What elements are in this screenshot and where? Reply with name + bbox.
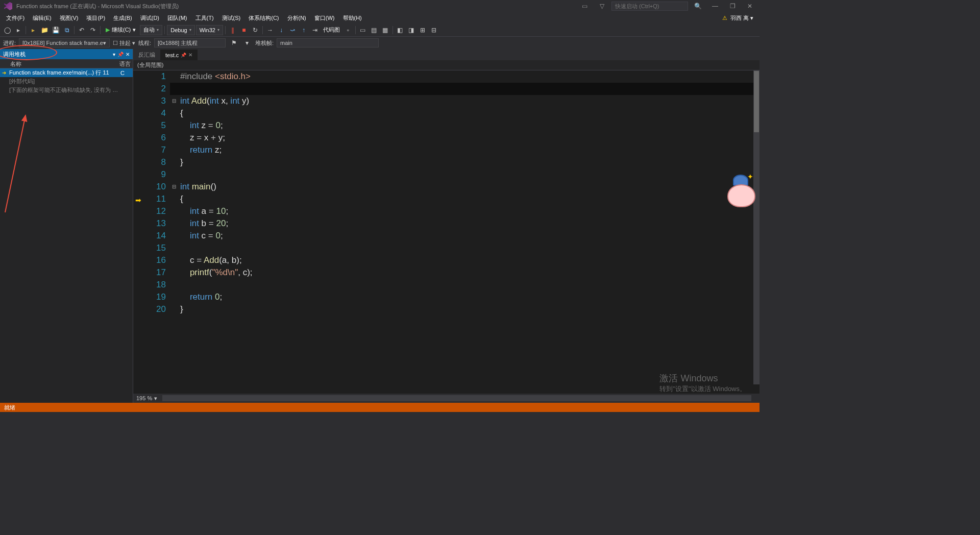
- search-icon[interactable]: 🔍: [690, 1, 705, 11]
- menu-item[interactable]: 分析(N): [283, 13, 310, 23]
- statusbar: 就绪: [0, 403, 760, 412]
- feedback-icon[interactable]: ▽: [594, 1, 609, 11]
- user-badge[interactable]: 羽西 离 ▾: [730, 14, 753, 22]
- warning-icon[interactable]: ⚠: [722, 15, 727, 21]
- continue-button[interactable]: ▶继续(C) ▾: [103, 25, 139, 35]
- annotation-arrow: [0, 100, 41, 217]
- panel-dropdown-icon[interactable]: ▾: [113, 52, 115, 57]
- tb-icon-5[interactable]: ◧: [395, 25, 405, 35]
- process-dropdown[interactable]: [0x18E8] Function stack frame.e ▾: [19, 38, 110, 47]
- breakpoint-gutter[interactable]: ➡: [133, 70, 145, 394]
- status-text: 就绪: [4, 404, 15, 411]
- step-into-icon[interactable]: ↓: [276, 25, 286, 35]
- menu-item[interactable]: 调试(D): [136, 13, 163, 23]
- callstack-panel: 调用堆栈 ▾ 📌 ✕ 名称 语言 ➜Function stack frame.e…: [0, 49, 133, 403]
- step-next-icon[interactable]: →: [265, 25, 275, 35]
- minimize-button[interactable]: —: [707, 1, 723, 11]
- callstack-col-name[interactable]: 名称: [0, 59, 117, 68]
- thread-flag-icon[interactable]: ⚑: [229, 38, 239, 48]
- run-to-icon[interactable]: ⇥: [310, 25, 320, 35]
- menu-item[interactable]: 文件(F): [2, 13, 29, 23]
- tb-icon-2[interactable]: ▭: [358, 25, 368, 35]
- menu-item[interactable]: 视图(V): [56, 13, 83, 23]
- callstack-tab[interactable]: 调用堆栈 ▾ 📌 ✕: [0, 49, 133, 59]
- zoom-dropdown-icon[interactable]: ▾: [154, 395, 157, 402]
- menu-item[interactable]: 测试(S): [218, 13, 245, 23]
- stop-icon[interactable]: ■: [239, 25, 249, 35]
- titlebar: Function stack frame (正在调试) - Microsoft …: [0, 0, 760, 12]
- callstack-title: 调用堆栈: [3, 51, 26, 58]
- execution-pointer-icon: ➡: [135, 194, 141, 206]
- saveall-icon[interactable]: ⧉: [62, 25, 72, 35]
- editor-area: 反汇编test.c📌✕ (全局范围) ➡ 1234567891011121314…: [133, 49, 760, 403]
- callstack-header: 名称 语言: [0, 59, 133, 68]
- scope-dropdown[interactable]: (全局范围): [137, 61, 163, 69]
- new-icon[interactable]: ▸: [28, 25, 38, 35]
- menubar: 文件(F)编辑(E)视图(V)项目(P)生成(B)调试(D)团队(M)工具(T)…: [0, 12, 760, 23]
- menu-item[interactable]: 编辑(E): [29, 13, 56, 23]
- restart-icon[interactable]: ↻: [250, 25, 260, 35]
- quick-launch-input[interactable]: [611, 2, 688, 11]
- nav-back-icon[interactable]: ◯: [2, 25, 12, 35]
- tb-icon-6[interactable]: ◨: [406, 25, 416, 35]
- nav-fwd-icon[interactable]: ▸: [13, 25, 23, 35]
- break-icon[interactable]: ‖: [228, 25, 238, 35]
- redo-icon[interactable]: ↷: [88, 25, 98, 35]
- menu-item[interactable]: 团队(M): [163, 13, 191, 23]
- menu-item[interactable]: 体系结构(C): [244, 13, 283, 23]
- callstack-row[interactable]: [下面的框架可能不正确和/或缺失, 没有为 kernel: [0, 86, 133, 94]
- line-numbers: 1234567891011121314151617181920: [145, 70, 170, 394]
- menu-item[interactable]: 项目(P): [82, 13, 109, 23]
- config-dropdown[interactable]: 自动: [140, 25, 162, 35]
- callstack-col-lang[interactable]: 语言: [117, 59, 133, 68]
- window-title: Function stack frame (正在调试) - Microsoft …: [16, 3, 179, 10]
- step-over-icon[interactable]: ⤻: [287, 25, 298, 35]
- thread-dropdown[interactable]: [0x1888] 主线程: [154, 38, 226, 47]
- solution-config-dropdown[interactable]: Debug: [167, 25, 194, 35]
- maximize-button[interactable]: ❐: [725, 1, 740, 11]
- scope-bar[interactable]: (全局范围): [133, 60, 760, 70]
- thread-filter-icon[interactable]: ▾: [242, 38, 252, 48]
- main-toolbar: ◯ ▸ ▸ 📁 💾 ⧉ ↶ ↷ ▶继续(C) ▾ 自动 Debug Win32 …: [0, 23, 760, 37]
- step-out-icon[interactable]: ↑: [299, 25, 309, 35]
- undo-icon[interactable]: ↶: [77, 25, 87, 35]
- code-editor[interactable]: ➡ 1234567891011121314151617181920 ⊟⊟ #in…: [133, 70, 760, 394]
- tb-icon-1[interactable]: ▫: [343, 25, 353, 35]
- callstack-row[interactable]: ➜Function stack frame.exe!main(...) 行 11…: [0, 68, 133, 77]
- process-label: 进程:: [3, 39, 16, 47]
- menu-item[interactable]: 工具(T): [191, 13, 218, 23]
- tb-icon-8[interactable]: ⊟: [429, 25, 439, 35]
- stackframe-label: 堆栈帧:: [255, 39, 274, 47]
- close-button[interactable]: ✕: [742, 1, 757, 11]
- suspend-toggle[interactable]: ☐ 挂起 ▾: [113, 39, 135, 47]
- editor-tabs: 反汇编test.c📌✕: [133, 49, 760, 60]
- open-icon[interactable]: 📁: [39, 25, 50, 35]
- thread-label: 线程:: [138, 39, 151, 47]
- platform-dropdown[interactable]: Win32: [196, 25, 223, 35]
- editor-tab[interactable]: 反汇编: [133, 50, 160, 60]
- callstack-list: ➜Function stack frame.exe!main(...) 行 11…: [0, 68, 133, 94]
- menu-item[interactable]: 帮助(H): [339, 13, 366, 23]
- tb-icon-3[interactable]: ▤: [369, 25, 379, 35]
- panel-pin-icon[interactable]: 📌: [117, 52, 124, 57]
- menu-item[interactable]: 生成(B): [109, 13, 136, 23]
- zoom-level[interactable]: 195 %: [136, 395, 152, 401]
- fold-gutter[interactable]: ⊟⊟: [170, 70, 178, 394]
- debug-process-bar: 进程: [0x18E8] Function stack frame.e ▾ ☐ …: [0, 37, 760, 49]
- svg-line-1: [5, 115, 26, 212]
- panel-close-icon[interactable]: ✕: [126, 52, 130, 57]
- editor-tab[interactable]: test.c📌✕: [160, 50, 198, 60]
- tb-icon-4[interactable]: ▦: [380, 25, 390, 35]
- save-icon[interactable]: 💾: [51, 25, 61, 35]
- h-scroll-area[interactable]: [162, 395, 751, 401]
- notifications-icon[interactable]: ▭: [577, 1, 592, 11]
- pin-icon[interactable]: 📌: [181, 53, 186, 58]
- stackframe-dropdown[interactable]: main: [277, 38, 379, 47]
- editor-footer: 195 % ▾: [133, 394, 760, 403]
- callstack-row[interactable]: [外部代码]: [0, 77, 133, 86]
- codemap-button[interactable]: 代码图: [321, 26, 342, 34]
- menu-item[interactable]: 窗口(W): [310, 13, 339, 23]
- tb-icon-7[interactable]: ⊞: [418, 25, 428, 35]
- tab-close-icon[interactable]: ✕: [188, 52, 192, 58]
- code-content[interactable]: #include <stdio.h>int Add(int x, int y){…: [178, 70, 760, 394]
